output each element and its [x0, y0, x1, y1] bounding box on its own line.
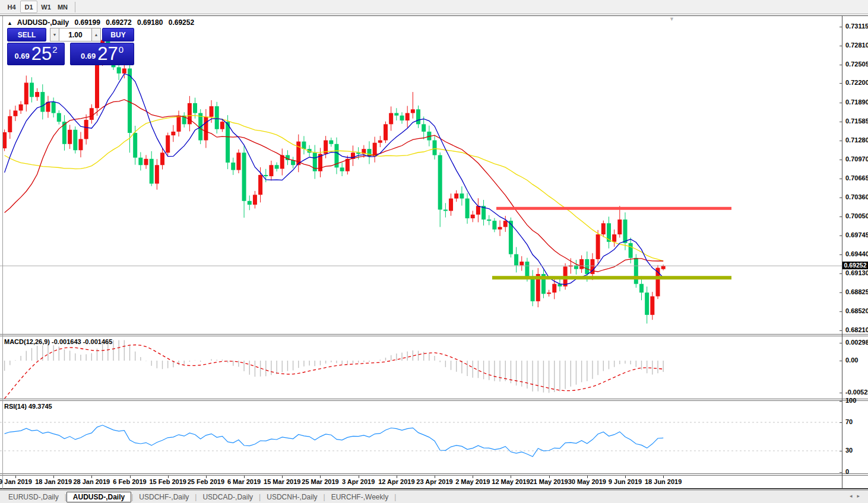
volume-decrease-button[interactable]: ▼ [50, 28, 59, 42]
ohlc-open: 0.69199 [75, 18, 100, 27]
price-axis-tick [840, 122, 842, 122]
macd-axis-tick [840, 361, 842, 361]
price-axis-tick [840, 217, 842, 217]
date-axis-tick [206, 476, 207, 478]
date-axis-tick [587, 476, 588, 478]
price-axis-tick [840, 254, 842, 255]
date-axis-label: 9 Jan 2019 [0, 478, 32, 485]
rsi-pane[interactable] [0, 401, 868, 474]
date-axis-label: 30 May 2019 [568, 478, 606, 485]
price-axis-label: 0.68825 [845, 288, 868, 295]
toolbar-separator [75, 2, 75, 12]
price-axis-label: 0.71890 [845, 98, 868, 106]
timeframe-button-mn[interactable]: MN [55, 1, 71, 12]
price-axis-label: 0.71585 [845, 117, 868, 125]
price-axis-tick [840, 27, 842, 27]
date-axis-tick [549, 476, 550, 478]
timeframe-button-d1[interactable]: D1 [20, 1, 37, 13]
date-axis-tick [244, 476, 245, 478]
date-axis-tick [15, 476, 16, 478]
macd-indicator-label: MACD(12,26,9) -0.001643 -0.001465 [4, 338, 112, 345]
date-axis-label: 15 Feb 2019 [150, 478, 186, 485]
price-axis-label: 0.68210 [845, 326, 868, 333]
macd-axis-tick [840, 393, 842, 393]
ohlc-high: 0.69272 [106, 18, 131, 27]
symbol-marker-icon: ▲ [7, 20, 12, 26]
rsi-axis-label: 0 [845, 468, 868, 475]
price-axis-tick [840, 330, 842, 331]
buy-button[interactable]: BUY [102, 28, 134, 42]
date-axis-tick [397, 476, 397, 478]
ohlc-close: 0.69252 [169, 18, 194, 27]
date-axis-label: 25 Mar 2019 [302, 478, 338, 485]
current-price-tag: 0.69252 [842, 262, 868, 269]
buy-price-big: 27 [97, 45, 118, 63]
date-axis-label: 6 Mar 2019 [227, 478, 261, 485]
pane-splitter-rsi[interactable] [0, 399, 868, 401]
chart-tab-usdcad[interactable]: USDCAD-,Daily [197, 492, 259, 502]
price-axis-label: 0.70970 [845, 155, 868, 163]
tab-scroll-right-icon: ▸ [857, 493, 864, 499]
rsi-value: 49.3745 [28, 403, 52, 410]
chart-tab-usdcnh[interactable]: USDCNH-,Daily [261, 492, 323, 502]
price-axis-tick [840, 198, 842, 198]
date-axis-label: 25 Feb 2019 [188, 478, 224, 485]
price-axis-line [842, 16, 842, 489]
date-axis-tick [435, 476, 435, 478]
date-axis-tick [168, 476, 169, 478]
macd-axis-label: -0.005256 [845, 389, 868, 396]
date-axis-tick [663, 476, 664, 478]
pane-splitter-macd[interactable] [0, 334, 868, 336]
timeframe-toolbar: H4D1W1MN [0, 0, 868, 14]
price-axis-tick [840, 311, 842, 312]
sell-price[interactable]: 0.69 25 2 [7, 43, 65, 65]
rsi-axis-label: 30 [845, 447, 868, 454]
price-axis-label: 0.70360 [845, 193, 868, 200]
price-axis-label: 0.68520 [845, 307, 868, 314]
price-axis-label: 0.72505 [845, 61, 868, 68]
tab-scroll-arrows[interactable]: ◂▸ [850, 493, 864, 499]
date-axis-tick [473, 476, 473, 478]
macd-axis-label: 0.00 [845, 356, 868, 364]
timeframe-button-w1[interactable]: W1 [38, 1, 54, 12]
date-axis-label: 12 Apr 2019 [378, 478, 414, 485]
date-axis-tick [320, 476, 321, 478]
macd-pane[interactable] [0, 336, 868, 399]
date-axis-tick [359, 476, 359, 478]
date-axis-label: 28 Jan 2019 [73, 478, 110, 485]
date-axis-tick [130, 476, 131, 478]
price-axis-tick [840, 46, 842, 46]
price-axis-label: 0.72200 [845, 79, 868, 86]
window-bottom-border [0, 488, 868, 489]
macd-axis-label: 0.002984 [845, 339, 868, 346]
sell-button[interactable]: SELL [7, 28, 46, 42]
chart-tab-eurusd[interactable]: EURUSD-,Daily [2, 492, 65, 502]
chart-tabs-bar: EURUSD-,Daily|AUDUSD-,Daily|USDCHF-,Dail… [0, 490, 868, 503]
price-axis-tick [840, 103, 842, 103]
price-axis-tick [840, 65, 842, 65]
price-axis-label: 0.71280 [845, 136, 868, 144]
price-axis-label: 0.72810 [845, 42, 868, 49]
rsi-axis-tick [840, 451, 842, 451]
buy-price[interactable]: 0.69 27 0 [70, 43, 134, 65]
symbol-ohlc-header: ▲ AUDUSD-,Daily 0.69199 0.69272 0.69180 … [7, 18, 198, 27]
macd-value-signal: -0.001465 [83, 338, 113, 345]
date-axis-label: 21 May 2019 [530, 478, 568, 485]
rsi-indicator-label: RSI(14) 49.3745 [4, 403, 52, 410]
date-axis-label: 6 Feb 2019 [113, 478, 146, 485]
chart-tab-eurchf[interactable]: EURCHF-,Weekly [325, 492, 394, 502]
price-axis-label: 0.70050 [845, 212, 868, 219]
volume-input[interactable] [59, 28, 91, 42]
volume-increase-button[interactable]: ▲ [91, 28, 101, 42]
chart-tab-usdchf[interactable]: USDCHF-,Daily [133, 492, 195, 502]
chart-shift-marker-icon[interactable]: ▼ [669, 16, 674, 22]
price-axis-tick [840, 235, 842, 236]
chart-tab-audusd[interactable]: AUDUSD-,Daily [66, 492, 131, 502]
date-axis-tick [282, 476, 283, 478]
macd-value-main: -0.001643 [52, 338, 81, 345]
sell-price-prefix: 0.69 [14, 52, 29, 61]
timeframe-button-h4[interactable]: H4 [4, 1, 20, 12]
price-axis-label: 0.69440 [845, 250, 868, 257]
buy-price-pip: 0 [119, 44, 123, 55]
rsi-axis-tick [840, 422, 842, 423]
